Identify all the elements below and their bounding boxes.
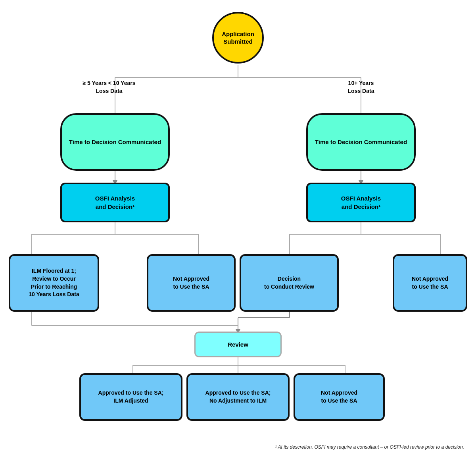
right-ttd-label: Time to Decision Communicated [315,138,407,146]
diagram-container: Application Submitted ≥ 5 Years < 10 Yea… [0,0,476,457]
app-submitted-node: Application Submitted [212,12,264,64]
right-branch-label: 10+ YearsLoss Data [321,79,401,95]
review-label: Review [228,341,248,348]
not-approved-3-label: Not Approvedto Use the SA [321,389,357,405]
not-approved-2-label: Not Approvedto Use the SA [412,275,448,291]
footnote: ¹ At its descretion, OSFI may require a … [275,444,464,450]
not-approved-1-label: Not Approvedto Use the SA [173,275,209,291]
left-ttd-box: Time to Decision Communicated [60,113,170,171]
right-osfi-label: OSFI Analysisand Decision¹ [341,194,381,211]
not-approved-1-box: Not Approvedto Use the SA [147,254,236,312]
left-osfi-box: OSFI Analysisand Decision¹ [60,183,170,222]
ilm-outcome-label: ILM Floored at 1;Review to OccurPrior to… [29,267,79,298]
review-box: Review [194,332,282,357]
approved-no-adj-box: Approved to Use the SA;No Adjustment to … [186,373,290,421]
left-osfi-label: OSFI Analysisand Decision¹ [95,194,135,211]
not-approved-3-box: Not Approvedto Use the SA [294,373,385,421]
app-submitted-label: Application Submitted [214,30,262,46]
right-ttd-box: Time to Decision Communicated [306,113,416,171]
left-branch-label: ≥ 5 Years < 10 YearsLoss Data [69,79,149,95]
not-approved-2-box: Not Approvedto Use the SA [393,254,467,312]
decision-review-label: Decisionto Conduct Review [264,275,314,291]
approved-adjusted-box: Approved to Use the SA;ILM Adjusted [79,373,182,421]
approved-adjusted-label: Approved to Use the SA;ILM Adjusted [98,389,164,405]
right-osfi-box: OSFI Analysisand Decision¹ [306,183,416,222]
approved-no-adj-label: Approved to Use the SA;No Adjustment to … [205,389,271,405]
left-ttd-label: Time to Decision Communicated [69,138,161,146]
ilm-outcome-box: ILM Floored at 1;Review to OccurPrior to… [9,254,99,312]
decision-review-box: Decisionto Conduct Review [240,254,339,312]
